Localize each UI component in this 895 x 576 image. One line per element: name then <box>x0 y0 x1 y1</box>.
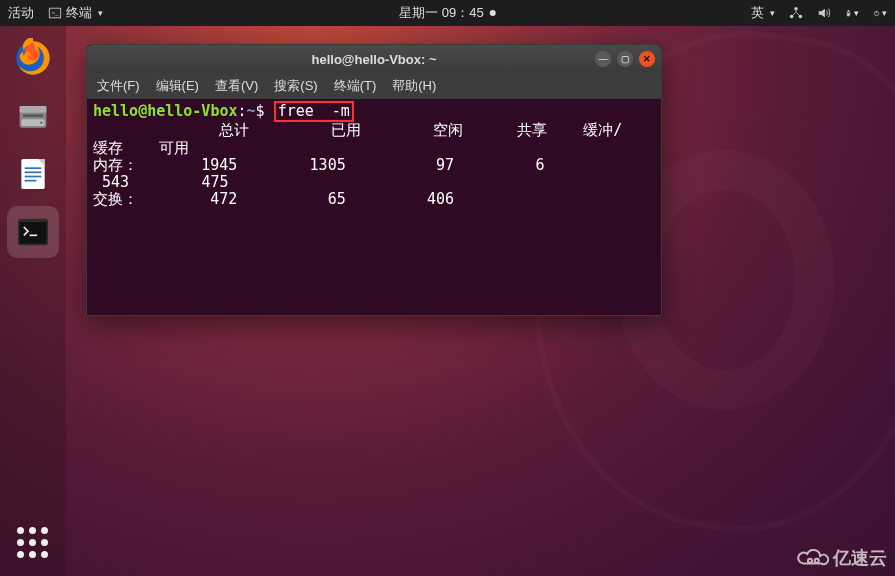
menu-view[interactable]: 查看(V) <box>215 77 258 95</box>
hdr-total: 总计 <box>219 121 249 139</box>
svg-rect-20 <box>25 180 37 182</box>
window-title: hello@hello-Vbox: ~ <box>312 52 437 67</box>
menu-search[interactable]: 搜索(S) <box>274 77 317 95</box>
row-swap-label: 交换： <box>93 190 138 208</box>
svg-text:>_: >_ <box>52 9 60 16</box>
maximize-button[interactable]: ▢ <box>617 51 633 67</box>
swap-used: 65 <box>328 190 346 208</box>
dock-terminal[interactable] <box>7 206 59 258</box>
highlighted-command: free -m <box>274 101 354 122</box>
prompt-path: ~ <box>247 102 256 120</box>
row-mem-label: 内存： <box>93 156 138 174</box>
svg-point-25 <box>815 559 819 563</box>
svg-rect-17 <box>25 167 42 169</box>
volume-icon[interactable] <box>817 6 831 20</box>
hdr-shared: 共享 <box>517 121 547 139</box>
swap-free: 406 <box>427 190 454 208</box>
battery-icon[interactable] <box>845 6 859 20</box>
mem-free: 97 <box>436 156 454 174</box>
svg-rect-8 <box>848 13 850 16</box>
svg-point-15 <box>40 121 43 124</box>
menu-help[interactable]: 帮助(H) <box>392 77 436 95</box>
menu-edit[interactable]: 编辑(E) <box>156 77 199 95</box>
svg-rect-22 <box>20 222 47 244</box>
svg-rect-19 <box>25 176 42 178</box>
mem-shared: 6 <box>535 156 544 174</box>
svg-rect-16 <box>21 159 44 189</box>
mem-avail: 475 <box>201 173 228 191</box>
dock <box>0 26 66 576</box>
terminal-output[interactable]: hello@hello-Vbox:~$ free -m 总计 已用 空闲 共享 … <box>87 99 661 315</box>
mem-used: 1305 <box>310 156 346 174</box>
menu-file[interactable]: 文件(F) <box>97 77 140 95</box>
hdr-cache: 缓存 <box>93 139 123 157</box>
hdr-avail: 可用 <box>159 139 189 157</box>
hdr-free: 空闲 <box>433 121 463 139</box>
close-button[interactable]: ✕ <box>639 51 655 67</box>
window-titlebar[interactable]: hello@hello-Vbox: ~ — ▢ ✕ <box>87 45 661 73</box>
swap-total: 472 <box>210 190 237 208</box>
terminal-indicator-icon: >_ <box>48 6 62 20</box>
svg-point-3 <box>794 7 798 11</box>
svg-rect-18 <box>25 172 42 174</box>
show-apps-button[interactable] <box>10 520 54 564</box>
top-panel: 活动 >_ 终端 星期一 09：45 英 <box>0 0 895 26</box>
svg-rect-23 <box>30 235 37 237</box>
menu-bar: 文件(F) 编辑(E) 查看(V) 搜索(S) 终端(T) 帮助(H) <box>87 73 661 99</box>
power-icon[interactable] <box>873 6 887 20</box>
activities-button[interactable]: 活动 <box>8 4 34 22</box>
mem-buffcache: 543 <box>102 173 129 191</box>
app-menu[interactable]: >_ 终端 <box>48 4 103 22</box>
dock-firefox[interactable] <box>7 32 59 84</box>
svg-rect-7 <box>848 10 849 11</box>
app-menu-label: 终端 <box>66 4 92 22</box>
watermark: 亿速云 <box>795 546 887 570</box>
clock[interactable]: 星期一 09：45 <box>399 4 496 22</box>
svg-point-24 <box>808 559 812 563</box>
svg-rect-12 <box>20 106 47 113</box>
prompt-userhost: hello@hello-Vbox <box>93 102 238 120</box>
minimize-button[interactable]: — <box>595 51 611 67</box>
svg-rect-13 <box>23 114 43 117</box>
input-method-indicator[interactable]: 英 <box>751 4 775 22</box>
dock-writer[interactable] <box>7 148 59 200</box>
dock-files[interactable] <box>7 90 59 142</box>
menu-terminal[interactable]: 终端(T) <box>334 77 377 95</box>
terminal-window: hello@hello-Vbox: ~ — ▢ ✕ 文件(F) 编辑(E) 查看… <box>86 44 662 316</box>
mem-total: 1945 <box>201 156 237 174</box>
hdr-buffcache: 缓冲/ <box>583 121 622 139</box>
hdr-used: 已用 <box>331 121 361 139</box>
network-icon[interactable] <box>789 6 803 20</box>
